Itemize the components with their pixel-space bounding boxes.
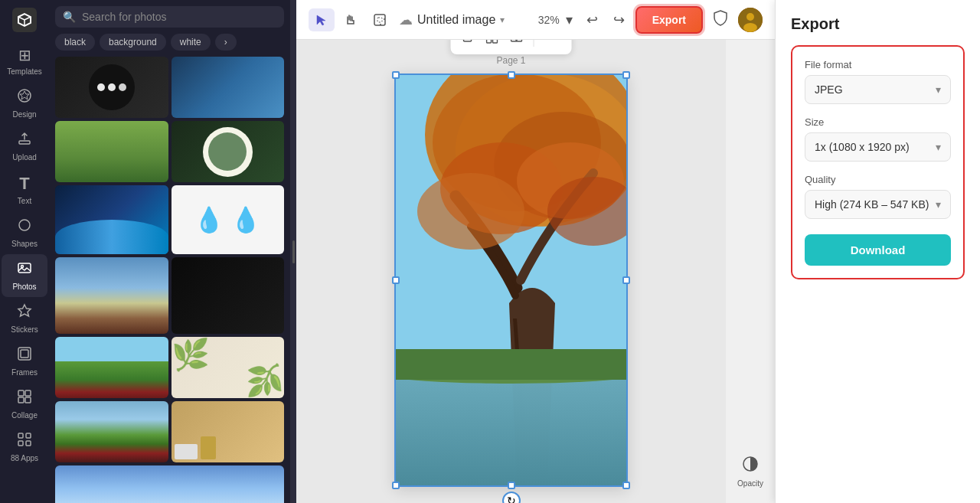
list-item[interactable] (55, 337, 168, 398)
size-label: Size (805, 116, 951, 128)
sidebar-item-templates[interactable]: ⊞ Templates (2, 40, 47, 82)
toolbar-tools (309, 8, 393, 31)
opacity-button[interactable]: Opacity (737, 456, 763, 488)
search-input[interactable] (82, 11, 276, 23)
file-format-chevron-icon: ▾ (936, 83, 941, 96)
quality-select[interactable]: High (274 KB – 547 KB) ▾ (805, 190, 951, 219)
list-item[interactable]: 💧 💧 (172, 185, 285, 254)
list-item[interactable] (172, 257, 285, 334)
shield-button[interactable] (709, 6, 732, 33)
title-section: ☁ Untitled image ▾ (399, 11, 505, 28)
list-item[interactable] (172, 121, 285, 182)
sidebar-item-shapes[interactable]: Shapes (2, 211, 47, 254)
opacity-label: Opacity (737, 479, 763, 488)
file-format-label: File format (805, 59, 951, 70)
app-logo[interactable] (11, 6, 38, 34)
document-title: Untitled image (417, 13, 495, 27)
svg-rect-17 (377, 18, 382, 22)
canvas-more-button[interactable]: ••• (540, 40, 566, 51)
divider-handle (292, 240, 295, 263)
sidebar-item-label: Photos (12, 283, 36, 291)
list-item[interactable] (55, 185, 168, 254)
sidebar-item-stickers[interactable]: Stickers (2, 297, 47, 340)
svg-point-19 (746, 13, 754, 21)
size-section: Size 1x (1080 x 1920 px) ▾ (805, 116, 951, 162)
frames-icon (17, 346, 32, 365)
file-format-value: JPEG (815, 83, 843, 96)
sidebar-item-upload[interactable]: Upload (2, 125, 47, 168)
download-button[interactable]: Download (805, 234, 951, 266)
filter-tag-background[interactable]: background (100, 34, 166, 51)
zoom-dropdown-button[interactable]: ▾ (563, 8, 576, 31)
list-item[interactable] (55, 57, 168, 118)
svg-rect-25 (492, 40, 497, 43)
sidebar-item-collage[interactable]: Collage (2, 383, 47, 426)
file-format-section: File format JPEG ▾ (805, 59, 951, 104)
file-format-select[interactable]: JPEG ▾ (805, 75, 951, 104)
user-avatar[interactable] (738, 8, 763, 32)
svg-rect-9 (25, 390, 31, 396)
list-item[interactable] (55, 121, 168, 182)
frame-tool-button[interactable] (367, 8, 393, 31)
list-item[interactable]: 🌿 🌿 (172, 337, 285, 398)
filter-tags: black background white › (49, 34, 290, 57)
sidebar-item-frames[interactable]: Frames (2, 340, 47, 383)
title-chevron-icon[interactable]: ▾ (500, 15, 505, 25)
filter-tag-black[interactable]: black (55, 34, 95, 51)
sidebar-item-label: Text (18, 197, 31, 205)
opacity-sidebar: Opacity (726, 40, 775, 503)
sidebar-item-apps[interactable]: 88 Apps (2, 426, 47, 469)
svg-point-5 (21, 266, 24, 268)
canvas-layout-button[interactable] (481, 40, 502, 51)
search-icon: 🔍 (63, 11, 76, 23)
sidebar-item-photos[interactable]: Photos (2, 254, 47, 297)
svg-point-20 (743, 23, 757, 32)
photos-grid: 💧 💧 🌿 🌿 (49, 57, 290, 503)
panel-divider[interactable] (290, 0, 296, 503)
list-item[interactable] (55, 401, 168, 462)
svg-rect-39 (394, 349, 628, 380)
list-item[interactable] (55, 465, 284, 503)
search-bar[interactable]: 🔍 (55, 6, 284, 28)
canvas-crop-button[interactable] (456, 40, 478, 51)
main-area: ☁ Untitled image ▾ 32% ▾ ↩ ↪ Export (296, 0, 775, 503)
sidebar-item-label: Design (12, 110, 36, 119)
svg-rect-10 (18, 397, 24, 403)
undo-button[interactable]: ↩ (582, 7, 603, 33)
list-item[interactable] (55, 257, 168, 334)
redo-button[interactable]: ↪ (609, 7, 629, 33)
canvas-flip-button[interactable] (505, 40, 527, 51)
export-button[interactable]: Export (635, 6, 703, 34)
canvas-toolbar: ••• (450, 40, 572, 54)
svg-rect-15 (26, 441, 31, 446)
templates-icon: ⊞ (18, 46, 31, 64)
filter-tag-more[interactable]: › (215, 34, 237, 51)
svg-rect-2 (19, 141, 30, 144)
sidebar-item-text[interactable]: T Text (2, 168, 47, 211)
svg-point-38 (417, 173, 524, 250)
export-options: File format JPEG ▾ Size 1x (1080 x 1920 … (791, 45, 965, 279)
zoom-section: 32% ▾ (538, 8, 576, 31)
size-select[interactable]: 1x (1080 x 1920 px) ▾ (805, 132, 951, 162)
sidebar-item-label: Collage (11, 411, 38, 420)
filter-tag-white[interactable]: white (171, 34, 211, 51)
list-item[interactable] (172, 401, 285, 462)
apps-icon (17, 432, 32, 451)
sidebar-item-label: Frames (11, 368, 38, 377)
rotate-handle[interactable]: ↻ (502, 492, 521, 503)
opacity-icon (742, 456, 759, 476)
cloud-save-icon: ☁ (399, 11, 413, 28)
svg-rect-12 (18, 433, 23, 438)
sidebar-item-design[interactable]: Design (2, 82, 47, 125)
list-item[interactable] (172, 57, 285, 118)
design-icon (17, 88, 32, 107)
sidebar-item-label: Stickers (11, 325, 38, 334)
svg-rect-14 (18, 441, 23, 446)
quality-value: High (274 KB – 547 KB) (815, 198, 929, 211)
photos-panel: 🔍 black background white › (49, 0, 290, 503)
hand-tool-button[interactable] (338, 8, 364, 31)
toolbar-divider (533, 40, 534, 47)
select-tool-button[interactable] (309, 8, 335, 31)
svg-rect-4 (18, 263, 31, 273)
quality-section: Quality High (274 KB – 547 KB) ▾ (805, 174, 951, 219)
